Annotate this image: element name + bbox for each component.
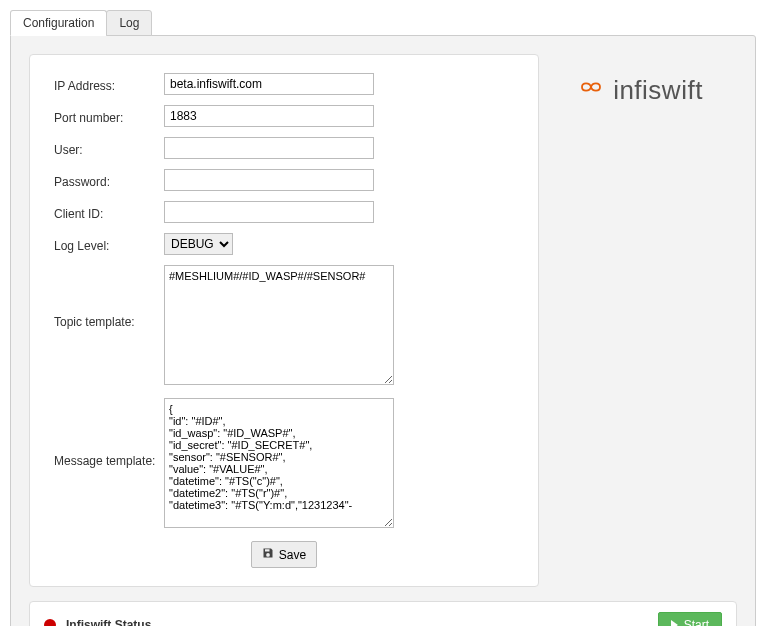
infinity-icon xyxy=(573,74,609,107)
topic-label: Topic template: xyxy=(54,265,164,329)
status-indicator-icon xyxy=(44,619,56,626)
port-input[interactable] xyxy=(164,105,374,127)
clientid-input[interactable] xyxy=(164,201,374,223)
play-icon xyxy=(671,620,678,626)
config-panel: IP Address: Port number: User: Password: xyxy=(10,35,756,626)
status-bar: Infiswift Status Start xyxy=(29,601,737,626)
clientid-label: Client ID: xyxy=(54,204,164,221)
topic-textarea[interactable] xyxy=(164,265,394,385)
save-button-label: Save xyxy=(279,548,306,562)
ip-label: IP Address: xyxy=(54,76,164,93)
start-button-label: Start xyxy=(684,618,709,626)
msg-textarea[interactable] xyxy=(164,398,394,528)
tab-log[interactable]: Log xyxy=(106,10,152,36)
tab-bar: Configuration Log xyxy=(10,10,756,36)
config-form: IP Address: Port number: User: Password: xyxy=(29,54,539,587)
tab-configuration[interactable]: Configuration xyxy=(10,10,107,36)
brand-name: infiswift xyxy=(613,75,703,106)
start-button[interactable]: Start xyxy=(658,612,722,626)
msg-label: Message template: xyxy=(54,398,164,468)
save-icon xyxy=(262,547,274,562)
save-button[interactable]: Save xyxy=(251,541,317,568)
loglevel-label: Log Level: xyxy=(54,236,164,253)
brand-logo: infiswift xyxy=(573,74,703,107)
password-input[interactable] xyxy=(164,169,374,191)
user-input[interactable] xyxy=(164,137,374,159)
loglevel-select[interactable]: DEBUG xyxy=(164,233,233,255)
user-label: User: xyxy=(54,140,164,157)
ip-input[interactable] xyxy=(164,73,374,95)
password-label: Password: xyxy=(54,172,164,189)
status-label: Infiswift Status xyxy=(66,618,658,626)
port-label: Port number: xyxy=(54,108,164,125)
logo-area: infiswift xyxy=(539,54,737,107)
